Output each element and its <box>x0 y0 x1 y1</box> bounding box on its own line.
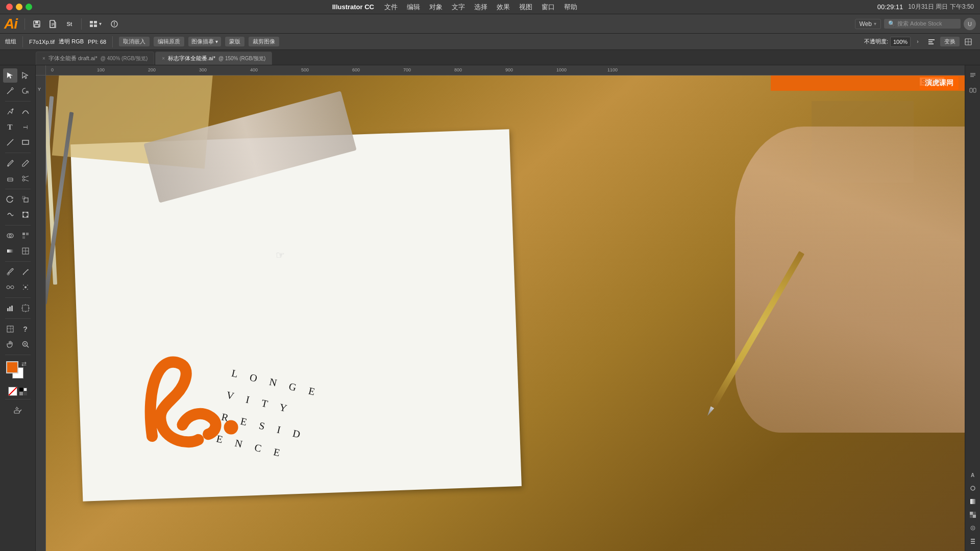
slice-tool[interactable] <box>3 322 17 336</box>
view-mode-btn[interactable]: ▾ <box>87 19 105 29</box>
type-tool[interactable]: T <box>3 120 17 134</box>
options-icon[interactable] <box>108 17 121 31</box>
tool-sep-9 <box>5 399 31 399</box>
opacity-arrow[interactable]: › <box>913 37 923 47</box>
crop-btn[interactable]: 裁剪图像 <box>249 37 279 46</box>
fullscreen-button[interactable] <box>26 4 32 10</box>
direct-selection-tool[interactable] <box>18 68 33 83</box>
rotate-tool[interactable] <box>3 192 17 207</box>
pencil-tool[interactable] <box>18 156 33 170</box>
gradient-tool[interactable] <box>3 244 17 258</box>
rp-type-btn[interactable]: A <box>967 469 978 481</box>
opacity-input[interactable] <box>890 37 911 47</box>
close-button[interactable] <box>6 4 13 10</box>
hand-tool[interactable] <box>3 337 17 352</box>
bridge-icon[interactable]: St <box>63 17 76 31</box>
menu-edit[interactable]: 编辑 <box>407 3 420 12</box>
shape-builder-tool[interactable] <box>3 229 17 243</box>
transform-btn[interactable]: 变换 <box>940 37 960 46</box>
live-paint-tool[interactable] <box>18 229 33 243</box>
zoom-tool[interactable] <box>18 337 33 352</box>
svg-rect-10 <box>94 24 97 27</box>
svg-point-87 <box>971 486 975 490</box>
menu-object[interactable]: 对象 <box>429 3 443 12</box>
symbol-sprayer-tool[interactable] <box>11 403 25 417</box>
rect-tool[interactable] <box>18 135 33 149</box>
toolbox: T T <box>0 65 36 551</box>
tab-close-logo[interactable]: × <box>162 56 165 61</box>
free-transform-tool[interactable] <box>18 208 33 222</box>
symbol-tool[interactable] <box>18 280 33 294</box>
none-color[interactable] <box>8 387 17 396</box>
hand-area <box>735 127 965 433</box>
st-sep-2 <box>112 36 113 47</box>
rp-appearance-btn[interactable] <box>967 522 978 534</box>
edit-original-btn[interactable]: 编辑原质 <box>154 37 184 46</box>
svg-rect-1 <box>35 21 38 23</box>
warp-tool[interactable] <box>3 208 17 222</box>
svg-rect-77 <box>14 411 19 413</box>
workspace-selector[interactable]: Web ▾ <box>855 19 881 29</box>
curvature-tool[interactable] <box>18 105 33 119</box>
save-icon[interactable] <box>30 17 43 31</box>
canvas-area[interactable]: 0 100 200 300 400 500 600 700 800 900 10… <box>36 65 965 551</box>
cursor-indicator: ☞ <box>276 249 285 261</box>
menu-view[interactable]: 视图 <box>519 3 532 12</box>
svg-rect-62 <box>7 308 9 311</box>
rp-gradient-btn[interactable] <box>967 496 978 507</box>
tab-close-draft[interactable]: × <box>42 56 45 61</box>
measure-tool[interactable] <box>18 265 33 279</box>
menu-window[interactable]: 窗口 <box>542 3 555 12</box>
canvas-content[interactable]: L O N G E V I T Y R E S I D E N C E <box>46 76 965 551</box>
menu-effect[interactable]: 效果 <box>497 3 510 12</box>
svg-line-23 <box>13 88 13 89</box>
eraser-tool[interactable] <box>3 171 17 186</box>
rp-stroke-btn[interactable] <box>967 483 978 494</box>
lasso-tool[interactable] <box>18 84 33 98</box>
ai-toolbar: Ai St ▾ Web ▾ 🔍 搜索 Adobe Stock U <box>0 14 980 34</box>
scale-tool[interactable] <box>18 192 33 207</box>
magic-wand-tool[interactable] <box>3 84 17 98</box>
paintbrush-tool[interactable] <box>3 156 17 170</box>
tab-draft-label: 字体全能番 draft.ai* <box>48 55 97 62</box>
rp-align-btn[interactable] <box>967 69 978 81</box>
menu-select[interactable]: 选择 <box>474 3 487 12</box>
foreground-color-box[interactable] <box>6 361 18 373</box>
menu-help[interactable]: 帮助 <box>564 3 577 12</box>
scissors-tool[interactable] <box>18 171 33 186</box>
artboard-tool[interactable] <box>18 301 33 315</box>
warp-tools <box>3 208 33 222</box>
tool-sep-4 <box>5 225 31 226</box>
transform-icon[interactable] <box>962 35 975 48</box>
minimize-button[interactable] <box>16 4 22 10</box>
tab-logo[interactable]: × 标志字体全能番.ai* @ 150% (RGB/预览) <box>155 52 272 65</box>
color-area[interactable]: ⇄ <box>5 360 31 383</box>
svg-line-51 <box>23 269 28 274</box>
mask-btn[interactable]: 蒙版 <box>225 37 244 46</box>
menu-type[interactable]: 文字 <box>452 3 465 12</box>
vertical-type-tool[interactable]: T <box>18 120 33 134</box>
svg-line-33 <box>24 180 29 181</box>
menu-file[interactable]: 文件 <box>384 3 398 12</box>
mesh-tool[interactable] <box>18 244 33 258</box>
clock: 00:29:11 <box>877 3 903 11</box>
swap-colors-btn[interactable]: ⇄ <box>21 360 27 367</box>
question-mark-tool[interactable]: ? <box>18 322 33 336</box>
selection-tool[interactable] <box>3 68 17 83</box>
user-avatar[interactable]: U <box>964 18 976 30</box>
rp-transparency-btn[interactable] <box>967 509 978 520</box>
search-bar[interactable]: 🔍 搜索 Adobe Stock <box>884 19 961 29</box>
align-icon[interactable] <box>925 35 938 48</box>
svg-point-55 <box>11 286 14 289</box>
cancel-embed-btn[interactable]: 取消嵌入 <box>119 37 150 46</box>
rp-link-btn[interactable] <box>967 85 978 96</box>
line-tool[interactable] <box>3 135 17 149</box>
image-trace-dropdown[interactable]: 图像描摹 ▾ <box>188 37 221 46</box>
new-file-icon[interactable] <box>46 17 60 31</box>
rp-layers-btn[interactable] <box>967 536 978 547</box>
blend-tool[interactable] <box>3 280 17 294</box>
column-graph-tool[interactable] <box>3 301 17 315</box>
eyedropper-tool[interactable] <box>3 265 17 279</box>
tab-draft[interactable]: × 字体全能番 draft.ai* @ 400% (RGB/预览) <box>36 52 154 65</box>
pen-tool[interactable] <box>3 105 17 119</box>
